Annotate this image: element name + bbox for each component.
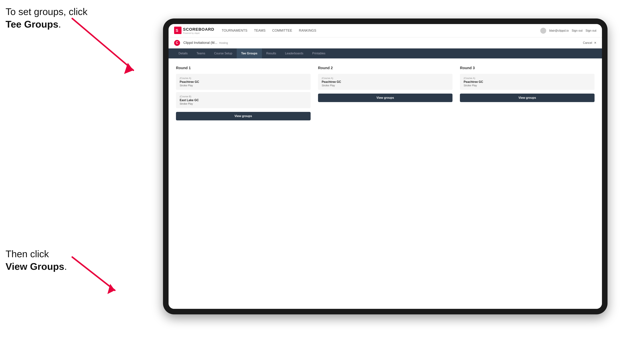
course-label: (Course A): [464, 77, 591, 80]
course-card-r2-c1: (Course A)Peachtree GCStroke Play: [318, 74, 453, 90]
rounds-grid: Round 1(Course A)Peachtree GCStroke Play…: [176, 66, 594, 120]
course-label: (Course B): [180, 95, 307, 98]
round-column-3: Round 3(Course A)Peachtree GCStroke Play…: [460, 66, 594, 120]
tab-course-setup[interactable]: Course Setup: [210, 48, 237, 58]
tablet: S SCOREBOARD Powered by clippit TOURNAME…: [163, 18, 608, 314]
svg-line-0: [72, 18, 133, 70]
course-name: Peachtree GC: [180, 80, 307, 84]
logo-area: S SCOREBOARD Powered by clippit: [174, 27, 214, 35]
instruction-top-line2: Tee Groups: [6, 19, 58, 30]
arrow-view-groups: [70, 255, 122, 296]
course-name: Peachtree GC: [464, 80, 591, 84]
course-card-r3-c1: (Course A)Peachtree GCStroke Play: [460, 74, 594, 90]
logo-sub: Powered by clippit: [183, 32, 214, 34]
logo-icon: S: [174, 27, 182, 35]
logo-text: SCOREBOARD: [183, 27, 214, 32]
course-format: Stroke Play: [464, 84, 591, 87]
course-name: Peachtree GC: [322, 80, 449, 84]
sign-out-link[interactable]: Sign out: [572, 29, 583, 32]
arrow-tee-groups: [70, 17, 141, 76]
main-content: Round 1(Course A)Peachtree GCStroke Play…: [168, 58, 602, 309]
svg-line-2: [72, 257, 115, 290]
instruction-top-line1: To set groups, click: [6, 6, 88, 17]
cancel-x[interactable]: ✕: [594, 41, 596, 45]
course-format: Stroke Play: [180, 102, 307, 105]
view-groups-button-round-1[interactable]: View groups: [176, 112, 310, 120]
course-format: Stroke Play: [180, 84, 307, 87]
hosting-badge: Hosting: [219, 41, 228, 44]
course-format: Stroke Play: [322, 84, 449, 87]
round-column-2: Round 2(Course A)Peachtree GCStroke Play…: [318, 66, 453, 120]
course-label: (Course A): [180, 77, 307, 80]
instruction-bottom-line2: View Groups: [6, 261, 64, 272]
round-2-label: Round 2: [318, 66, 453, 70]
round-1-label: Round 1: [176, 66, 310, 70]
course-label: (Course A): [322, 77, 449, 80]
nav-tournaments[interactable]: TOURNAMENTS: [222, 29, 248, 32]
svg-text:S: S: [176, 28, 178, 33]
instruction-bottom-line1: Then click: [6, 249, 49, 259]
nav-teams[interactable]: TEAMS: [254, 29, 266, 32]
tab-teams[interactable]: Teams: [192, 48, 210, 58]
navbar: S SCOREBOARD Powered by clippit TOURNAME…: [168, 24, 602, 37]
round-3-label: Round 3: [460, 66, 594, 70]
sign-out-text[interactable]: Sign out: [586, 29, 596, 32]
tab-results[interactable]: Results: [262, 48, 280, 58]
view-groups-button-round-2[interactable]: View groups: [318, 94, 453, 102]
tab-tee-groups[interactable]: Tee Groups: [237, 48, 262, 58]
tab-leaderboards[interactable]: Leaderboards: [280, 48, 308, 58]
tab-printables[interactable]: Printables: [308, 48, 330, 58]
user-email: blair@clippd.io: [549, 29, 568, 32]
round-column-1: Round 1(Course A)Peachtree GCStroke Play…: [176, 66, 310, 120]
tournament-name: Clippd Invitational (M...: [183, 41, 217, 45]
nav-right: blair@clippd.io Sign out Sign out: [540, 28, 596, 34]
course-card-r1-c2: (Course B)East Lake GCStroke Play: [176, 92, 310, 108]
user-avatar: [540, 28, 546, 34]
tab-details[interactable]: Details: [174, 48, 192, 58]
tab-bar: Details Teams Course Setup Tee Groups Re…: [168, 48, 602, 58]
nav-committee[interactable]: COMMITTEE: [272, 29, 292, 32]
course-card-r1-c1: (Course A)Peachtree GCStroke Play: [176, 74, 310, 90]
tournament-logo: C: [174, 40, 180, 46]
sub-header: C Clippd Invitational (M... Hosting Canc…: [168, 37, 602, 48]
nav-rankings[interactable]: RANKINGS: [299, 29, 316, 32]
nav-links: TOURNAMENTS TEAMS COMMITTEE RANKINGS: [222, 29, 540, 32]
tablet-screen: S SCOREBOARD Powered by clippit TOURNAME…: [168, 24, 602, 309]
tournament-name-area: C Clippd Invitational (M... Hosting: [174, 40, 583, 46]
cancel-button[interactable]: Cancel: [583, 41, 592, 45]
course-name: East Lake GC: [180, 99, 307, 102]
view-groups-button-round-3[interactable]: View groups: [460, 94, 594, 102]
instruction-bottom: Then click View Groups.: [6, 248, 67, 273]
